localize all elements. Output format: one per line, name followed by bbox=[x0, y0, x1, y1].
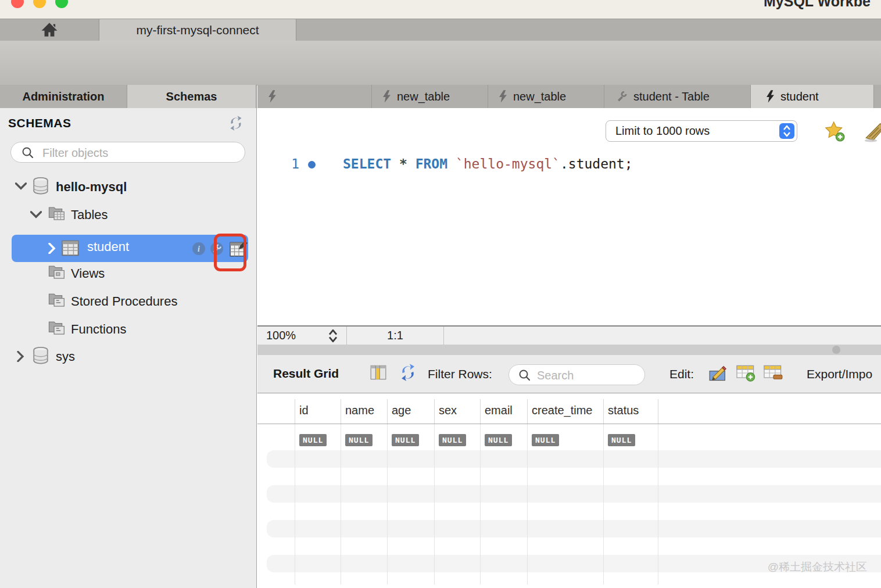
cell-age-null[interactable]: NULL bbox=[392, 434, 419, 446]
tree-item-functions[interactable]: Functions bbox=[71, 322, 126, 337]
cell-id-null[interactable]: NULL bbox=[299, 434, 327, 446]
result-grid-view-button[interactable] bbox=[370, 364, 386, 381]
sql-schema-literal: `hello-mysql` bbox=[456, 156, 560, 171]
column-header-email[interactable]: email bbox=[485, 404, 513, 417]
connection-tab-label: my-first-mysql-connect bbox=[136, 23, 259, 37]
beautify-script-button[interactable] bbox=[863, 119, 881, 144]
filter-objects-input[interactable] bbox=[41, 145, 235, 161]
cell-email-null[interactable]: NULL bbox=[485, 434, 512, 446]
schema-icon bbox=[31, 177, 50, 196]
views-folder-icon bbox=[48, 264, 66, 280]
mysql-workbench-window: MySQL Workbe my-first-mysql-connect SQL bbox=[0, 0, 881, 588]
export-import-label: Export/Impo bbox=[807, 367, 872, 381]
sidebar-tab-administration[interactable]: Administration bbox=[0, 85, 127, 108]
watermark: @稀土掘金技术社区 bbox=[768, 560, 867, 575]
zoom-window-button[interactable] bbox=[55, 0, 68, 8]
sidebar-tab-schemas[interactable]: Schemas bbox=[127, 85, 256, 108]
tree-item-tables[interactable]: Tables bbox=[71, 207, 108, 223]
sql-editor[interactable]: 1 SELECT * FROM `hello-mysql`.student; bbox=[257, 153, 881, 325]
stored-procedures-folder-icon bbox=[48, 292, 66, 308]
query-tab-label: new_table bbox=[513, 90, 566, 103]
query-tab-2[interactable]: new_table bbox=[372, 85, 488, 108]
schema-icon bbox=[31, 346, 50, 366]
tree-item-views[interactable]: Views bbox=[71, 266, 105, 281]
connection-tab[interactable]: my-first-mysql-connect bbox=[99, 19, 296, 41]
cell-status-null[interactable]: NULL bbox=[608, 434, 635, 446]
refresh-results-button[interactable] bbox=[399, 363, 417, 382]
insert-row-icon bbox=[736, 364, 757, 382]
status-empty-cell bbox=[443, 327, 881, 345]
cell-create-time-null[interactable]: NULL bbox=[532, 434, 559, 446]
stepper-icon[interactable] bbox=[327, 329, 339, 343]
refresh-schemas-button[interactable] bbox=[228, 115, 244, 131]
tree-item-sys[interactable]: sys bbox=[56, 349, 75, 364]
result-grid[interactable]: id name age sex email create_time status… bbox=[257, 393, 881, 588]
search-icon bbox=[22, 146, 34, 159]
minimize-window-button[interactable] bbox=[33, 0, 46, 8]
editor-toolbar: Limit to 1000 rows bbox=[257, 108, 881, 153]
zoom-level-value: 100% bbox=[266, 329, 296, 342]
schemas-panel-title: SCHEMAS bbox=[8, 116, 71, 130]
query-tab-bar: new_table new_table student - Table stud… bbox=[257, 85, 881, 108]
column-divider bbox=[341, 424, 341, 585]
pane-splitter[interactable] bbox=[257, 345, 881, 355]
query-tab-student-table[interactable]: student - Table bbox=[604, 85, 751, 108]
sql-rest: .student; bbox=[560, 156, 633, 171]
column-header-name[interactable]: name bbox=[345, 404, 374, 417]
grid-row-stripe bbox=[267, 520, 881, 537]
column-divider bbox=[658, 399, 658, 424]
tree-item-student-selected[interactable]: student i bbox=[12, 235, 248, 262]
filter-rows-search-input[interactable] bbox=[536, 367, 640, 383]
result-grid-title: Result Grid bbox=[273, 367, 339, 381]
tree-item-student-label: student bbox=[87, 239, 129, 254]
edit-pencil-icon bbox=[708, 364, 729, 382]
tree-item-hello-mysql[interactable]: hello-mysql bbox=[56, 180, 127, 195]
column-header-status[interactable]: status bbox=[608, 404, 639, 417]
column-divider bbox=[480, 399, 481, 424]
chevron-right-icon[interactable] bbox=[48, 243, 56, 254]
query-tab-label: new_table bbox=[397, 90, 450, 103]
column-header-age[interactable]: age bbox=[392, 404, 411, 417]
splitter-handle[interactable] bbox=[832, 346, 840, 354]
query-tab-label: student - Table bbox=[633, 90, 710, 103]
cell-sex-null[interactable]: NULL bbox=[439, 434, 466, 446]
grid-view-icon bbox=[370, 364, 386, 381]
grid-row-stripe bbox=[267, 450, 881, 468]
chevron-down-icon[interactable] bbox=[30, 210, 42, 219]
main-toolbar: SQL SQL i bbox=[0, 41, 881, 85]
cell-name-null[interactable]: NULL bbox=[345, 434, 373, 446]
chevron-right-icon[interactable] bbox=[16, 351, 24, 362]
column-header-sex[interactable]: sex bbox=[439, 404, 457, 417]
connection-tab-bar: my-first-mysql-connect bbox=[0, 19, 881, 41]
tables-folder-icon bbox=[48, 205, 66, 221]
column-header-create-time[interactable]: create_time bbox=[532, 404, 593, 417]
table-info-icon[interactable]: i bbox=[192, 242, 206, 256]
schemas-tab-label: Schemas bbox=[166, 90, 217, 103]
chevron-down-icon[interactable] bbox=[15, 181, 27, 191]
column-divider bbox=[603, 424, 604, 585]
zoom-level-cell[interactable]: 100% bbox=[257, 327, 347, 345]
query-tab-1[interactable] bbox=[257, 85, 372, 108]
tree-item-stored-procedures[interactable]: Stored Procedures bbox=[71, 294, 177, 309]
caret-position-value: 1:1 bbox=[387, 329, 403, 342]
edit-record-button[interactable] bbox=[708, 364, 729, 382]
filter-objects-box bbox=[10, 142, 245, 163]
insert-row-button[interactable] bbox=[736, 364, 757, 382]
delete-row-button[interactable] bbox=[763, 364, 784, 382]
column-header-id[interactable]: id bbox=[299, 404, 309, 417]
limit-rows-dropdown[interactable]: Limit to 1000 rows bbox=[606, 120, 797, 142]
column-divider bbox=[527, 424, 528, 585]
home-tab[interactable] bbox=[0, 19, 99, 41]
sql-code-line[interactable]: SELECT * FROM `hello-mysql`.student; bbox=[343, 156, 633, 171]
svg-text:i: i bbox=[198, 245, 200, 253]
query-tab-3[interactable]: new_table bbox=[488, 85, 604, 108]
sql-bolt-icon bbox=[766, 90, 775, 103]
table-icon bbox=[62, 240, 79, 256]
sql-keyword: SELECT bbox=[343, 156, 391, 171]
save-snippet-button[interactable] bbox=[823, 121, 846, 142]
close-window-button[interactable] bbox=[11, 0, 24, 8]
search-icon bbox=[518, 369, 531, 382]
sql-bolt-icon bbox=[268, 90, 277, 103]
query-tab-student-active[interactable]: student bbox=[751, 85, 874, 108]
sql-keyword: FROM bbox=[416, 156, 447, 171]
